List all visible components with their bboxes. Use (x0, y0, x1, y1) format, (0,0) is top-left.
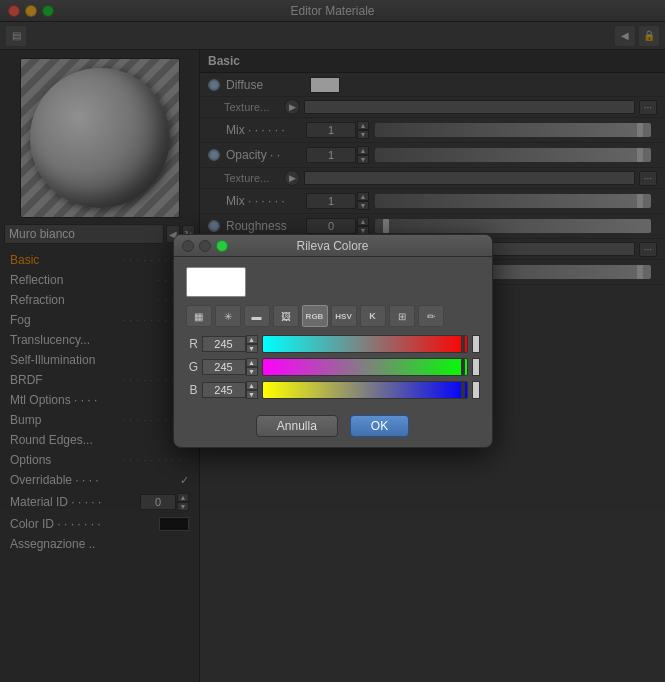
channel-g-value[interactable] (202, 359, 246, 375)
modal-buttons: Annulla OK (186, 409, 480, 437)
color-preview-swatch[interactable] (186, 267, 246, 297)
channel-b-down[interactable]: ▼ (246, 390, 258, 399)
channel-r-end (472, 335, 480, 353)
channel-row-r: R ▲ ▼ (186, 335, 480, 353)
channel-g-up[interactable]: ▲ (246, 358, 258, 367)
modal-overlay: Rileva Colore ▦ ✳ ▬ 🖼 RGB HSV K ⊞ ✏ R (0, 0, 665, 682)
gradient-mode-icon[interactable]: ▬ (244, 305, 270, 327)
cancel-button[interactable]: Annulla (256, 415, 338, 437)
channel-r-stepper: ▲ ▼ (246, 335, 258, 353)
rgb-mode-icon[interactable]: RGB (302, 305, 328, 327)
modal-body: ▦ ✳ ▬ 🖼 RGB HSV K ⊞ ✏ R ▲ ▼ (174, 257, 492, 447)
channel-g-down[interactable]: ▼ (246, 367, 258, 376)
k-mode-icon[interactable]: K (360, 305, 386, 327)
channel-b-slider[interactable] (262, 381, 468, 399)
channel-g-label: G (186, 360, 202, 374)
grid-mode-icon[interactable]: ▦ (186, 305, 212, 327)
channel-r-label: R (186, 337, 202, 351)
channel-r-up[interactable]: ▲ (246, 335, 258, 344)
channel-g-end (472, 358, 480, 376)
ok-button[interactable]: OK (350, 415, 409, 437)
modal-close-btn[interactable] (182, 240, 194, 252)
channel-g-slider[interactable] (262, 358, 468, 376)
color-dialog: Rileva Colore ▦ ✳ ▬ 🖼 RGB HSV K ⊞ ✏ R (173, 234, 493, 448)
modal-title: Rileva Colore (296, 239, 368, 253)
eyedropper-mode-icon[interactable]: ✏ (418, 305, 444, 327)
channel-r-slider[interactable] (262, 335, 468, 353)
channel-row-b: B ▲ ▼ (186, 381, 480, 399)
hsv-mode-icon[interactable]: HSV (331, 305, 357, 327)
swatch-mode-icon[interactable]: ⊞ (389, 305, 415, 327)
modal-window-controls[interactable] (182, 240, 228, 252)
modal-max-btn[interactable] (216, 240, 228, 252)
channel-b-up[interactable]: ▲ (246, 381, 258, 390)
channel-b-value[interactable] (202, 382, 246, 398)
modal-min-btn[interactable] (199, 240, 211, 252)
channel-r-down[interactable]: ▼ (246, 344, 258, 353)
channel-b-end (472, 381, 480, 399)
channel-row-g: G ▲ ▼ (186, 358, 480, 376)
spectrum-mode-icon[interactable]: ✳ (215, 305, 241, 327)
channel-b-label: B (186, 383, 202, 397)
image-mode-icon[interactable]: 🖼 (273, 305, 299, 327)
color-icons-row: ▦ ✳ ▬ 🖼 RGB HSV K ⊞ ✏ (186, 305, 480, 327)
channel-b-stepper: ▲ ▼ (246, 381, 258, 399)
channel-g-stepper: ▲ ▼ (246, 358, 258, 376)
modal-title-bar: Rileva Colore (174, 235, 492, 257)
channel-r-value[interactable] (202, 336, 246, 352)
